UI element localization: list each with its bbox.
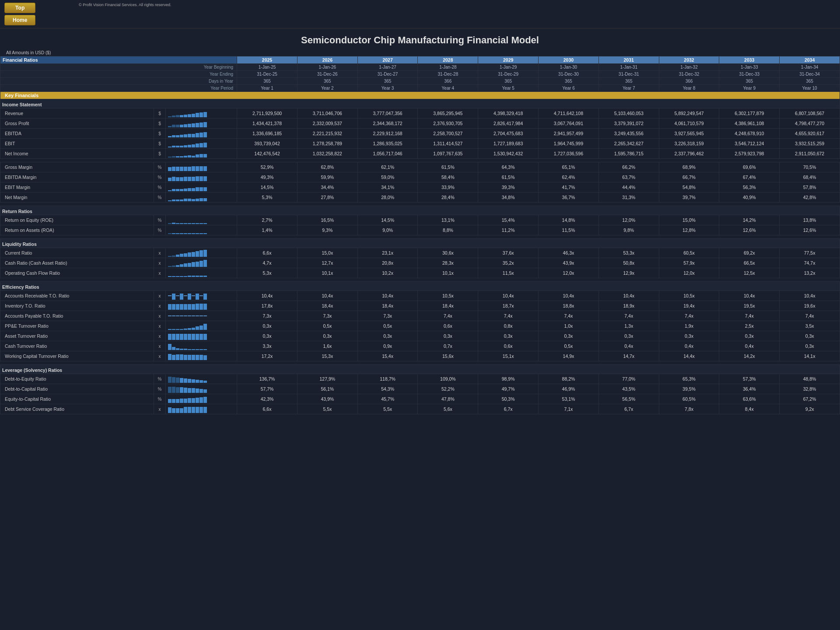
row-value: 1,097,767,635	[418, 149, 478, 159]
row-value: 3,226,318,159	[659, 139, 719, 149]
row-value: 28,0%	[357, 192, 418, 203]
row-value: 12,7x	[297, 258, 357, 268]
row-value: 98,9%	[478, 374, 539, 384]
row-value: 32,8%	[780, 384, 840, 394]
row-value: 50,8x	[598, 258, 659, 268]
row-value: 39,5%	[659, 384, 719, 394]
row-value: 0,3x	[418, 331, 478, 341]
row-value: 10,4x	[237, 291, 298, 301]
table-row: Accounts Payable T.O. Ratiox7,3x7,3x7,3x…	[0, 311, 840, 321]
row-value: 77,5x	[780, 248, 840, 258]
row-sparkline	[166, 321, 237, 331]
row-value: 7,4x	[780, 311, 840, 321]
row-label: EBIT Margin	[0, 182, 154, 192]
row-value: 0,3x	[478, 331, 539, 341]
meta-value: 31-Dec-30	[539, 71, 599, 78]
table-row: Revenue$2,711,929,5003,711,046,7063,777,…	[0, 108, 840, 119]
row-sparkline	[166, 404, 237, 414]
row-value: 12,5x	[719, 268, 780, 278]
row-value: 47,8%	[418, 394, 478, 404]
row-value: 19,6x	[780, 301, 840, 311]
row-value: 127,9%	[297, 374, 357, 384]
row-value: 14,9x	[539, 351, 599, 361]
row-unit: x	[154, 268, 166, 278]
meta-value: 365	[598, 78, 659, 85]
row-sparkline	[166, 374, 237, 384]
top-button[interactable]: Top	[4, 3, 35, 13]
row-value: 56,1%	[297, 384, 357, 394]
table-row: Return on Assets (ROA)%1,4%9,3%9,0%8,8%1…	[0, 225, 840, 235]
row-sparkline	[166, 311, 237, 321]
row-value: 27,8%	[297, 192, 357, 203]
row-unit: %	[154, 162, 166, 172]
financial-table: Financial Ratios 2025 2026 2027 2028 202…	[0, 56, 840, 414]
row-value: 60,5x	[659, 248, 719, 258]
row-sparkline	[166, 384, 237, 394]
meta-value: 31-Dec-27	[357, 71, 418, 78]
row-value: 45,7%	[357, 394, 418, 404]
meta-value: Year 9	[719, 85, 780, 92]
row-value: 5,5x	[297, 404, 357, 414]
table-row: Operating Cash Flow Ratiox5,3x10,1x10,2x…	[0, 268, 840, 278]
row-value: 50,3%	[478, 394, 539, 404]
row-unit: $	[154, 129, 166, 139]
row-unit: x	[154, 301, 166, 311]
row-value: 0,5x	[357, 321, 418, 331]
row-value: 0,3x	[539, 331, 599, 341]
meta-value: 365	[357, 78, 418, 85]
row-value: 7,4x	[418, 311, 478, 321]
row-value: 10,4x	[719, 291, 780, 301]
meta-label: Year Ending	[0, 71, 237, 78]
table-row: Cash Turnover Ratiox3,3x1,6x0,9x0,7x0,6x…	[0, 341, 840, 351]
row-label: Gross Profit	[0, 119, 154, 129]
row-value: 15,4%	[478, 215, 539, 225]
row-value: 58,4%	[418, 172, 478, 182]
row-value: 1,032,258,822	[297, 149, 357, 159]
row-value: 57,9x	[659, 258, 719, 268]
row-value: 49,3%	[237, 172, 298, 182]
row-label: Gross Margin	[0, 162, 154, 172]
row-value: 2,7%	[237, 215, 298, 225]
row-value: 10,4x	[539, 291, 599, 301]
row-value: 35,2x	[478, 258, 539, 268]
table-row: EBIT Margin%14,5%34,4%34,1%33,9%39,3%41,…	[0, 182, 840, 192]
row-value: 15,4x	[357, 351, 418, 361]
row-value: 5,5x	[357, 404, 418, 414]
amounts-label: All Amounts in USD ($)	[0, 49, 840, 56]
row-value: 37,6x	[478, 248, 539, 258]
row-value: 5,3x	[237, 268, 298, 278]
row-value: 1,4%	[237, 225, 298, 235]
meta-label: Year Beginning	[0, 64, 237, 71]
row-value: 6,6x	[237, 404, 298, 414]
row-value: 52,9%	[237, 162, 298, 172]
row-value: 2,332,009,537	[297, 119, 357, 129]
row-value: 28,3x	[418, 258, 478, 268]
row-value: 10,2x	[357, 268, 418, 278]
meta-value: 1-Jan-27	[357, 64, 418, 71]
row-value: 2,711,929,500	[237, 108, 298, 119]
home-button[interactable]: Home	[4, 15, 35, 25]
row-value: 14,5%	[237, 182, 298, 192]
row-value: 3,249,435,556	[598, 129, 659, 139]
meta-value: Year 1	[237, 85, 298, 92]
row-label: Inventory T.O. Ratio	[0, 301, 154, 311]
row-value: 3,711,046,706	[297, 108, 357, 119]
row-value: 77,0%	[598, 374, 659, 384]
row-value: 57,7%	[237, 384, 298, 394]
row-value: 7,4x	[478, 311, 539, 321]
row-value: 61,5%	[478, 172, 539, 182]
row-value: 13,1%	[418, 215, 478, 225]
meta-value: 366	[418, 78, 478, 85]
row-value: 1,434,421,378	[237, 119, 298, 129]
row-value: 15,6x	[418, 351, 478, 361]
row-value: 59,9%	[297, 172, 357, 182]
row-label: EBITDA Margin	[0, 172, 154, 182]
row-value: 2,826,417,984	[478, 119, 539, 129]
row-value: 14,2x	[719, 351, 780, 361]
year-header-2028: 2028	[418, 56, 478, 64]
row-value: 20,8x	[357, 258, 418, 268]
row-value: 46,9%	[539, 384, 599, 394]
row-value: 1,964,745,999	[539, 139, 599, 149]
row-value: 2,337,796,462	[659, 149, 719, 159]
table-row: Equity-to-Capital Ratio%42,3%43,9%45,7%4…	[0, 394, 840, 404]
